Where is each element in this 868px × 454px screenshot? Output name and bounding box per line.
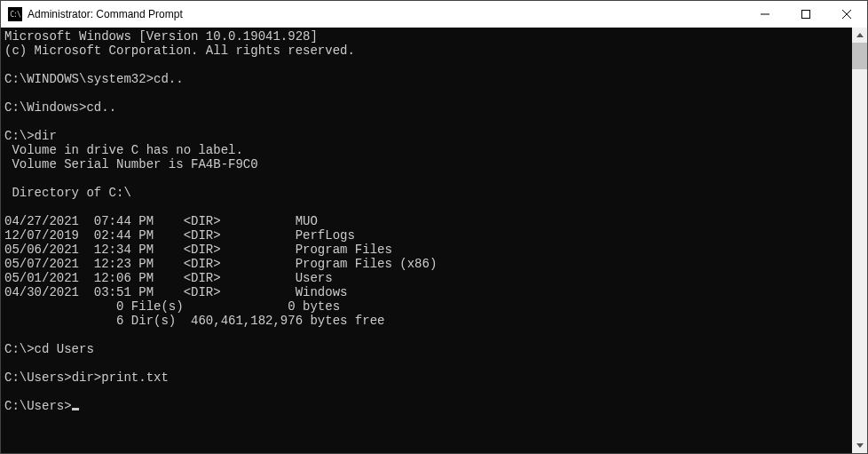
- line: Directory of C:\: [4, 186, 131, 200]
- line: Volume in drive C has no label.: [4, 143, 243, 157]
- prompt: C:\Users>: [4, 399, 72, 413]
- prompt: C:\Users>: [4, 370, 72, 385]
- scrollbar-thumb[interactable]: [852, 43, 867, 69]
- cursor: [72, 408, 79, 410]
- command: dir>print.txt: [72, 370, 169, 385]
- dir-row: 05/07/2021 12:23 PM <DIR> Program Files …: [4, 257, 437, 271]
- scroll-down-button[interactable]: [852, 438, 867, 453]
- vertical-scrollbar[interactable]: [852, 28, 867, 453]
- command: cd..: [86, 100, 116, 115]
- line: Microsoft Windows [Version 10.0.19041.92…: [4, 29, 318, 44]
- dir-row: 05/01/2021 12:06 PM <DIR> Users: [4, 271, 333, 285]
- line: (c) Microsoft Corporation. All rights re…: [4, 44, 355, 58]
- command: dir: [35, 129, 57, 143]
- command: cd..: [154, 72, 184, 86]
- command-prompt-window: C:\ Administrator: Command Prompt Micros…: [0, 0, 868, 454]
- svg-rect-1: [802, 11, 810, 19]
- titlebar[interactable]: C:\ Administrator: Command Prompt: [1, 1, 867, 28]
- prompt: C:\>: [4, 342, 35, 356]
- prompt: C:\>: [4, 129, 35, 143]
- dir-row: 04/30/2021 03:51 PM <DIR> Windows: [4, 285, 347, 299]
- maximize-button[interactable]: [785, 1, 826, 28]
- summary-line: 0 File(s) 0 bytes: [4, 299, 340, 314]
- cmd-icon: C:\: [8, 7, 22, 21]
- terminal-output[interactable]: Microsoft Windows [Version 10.0.19041.92…: [1, 28, 852, 453]
- svg-marker-5: [856, 443, 864, 448]
- command: cd Users: [35, 342, 94, 356]
- scrollbar-track[interactable]: [852, 43, 867, 438]
- dir-row: 12/07/2019 02:44 PM <DIR> PerfLogs: [4, 228, 355, 243]
- dir-row: 05/06/2021 12:34 PM <DIR> Program Files: [4, 243, 392, 257]
- dir-row: 04/27/2021 07:44 PM <DIR> MUO: [4, 214, 318, 228]
- prompt: C:\Windows>: [4, 100, 86, 115]
- prompt: C:\WINDOWS\system32>: [4, 72, 154, 86]
- close-button[interactable]: [826, 1, 867, 28]
- content-wrap: Microsoft Windows [Version 10.0.19041.92…: [1, 28, 867, 453]
- line: Volume Serial Number is FA4B-F9C0: [4, 157, 258, 171]
- window-title: Administrator: Command Prompt: [28, 8, 183, 20]
- scroll-up-button[interactable]: [852, 28, 867, 43]
- summary-line: 6 Dir(s) 460,461,182,976 bytes free: [4, 314, 384, 328]
- minimize-button[interactable]: [745, 1, 785, 28]
- svg-marker-4: [856, 33, 864, 37]
